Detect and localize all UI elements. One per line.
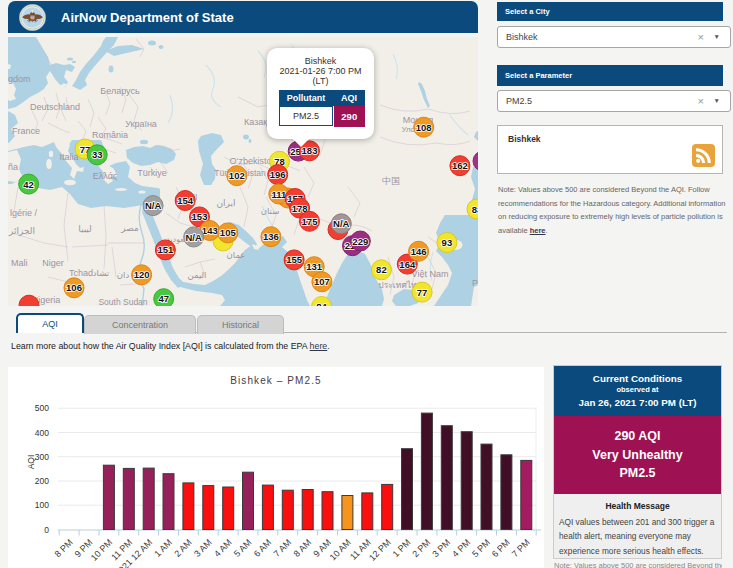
svg-text:Philippi: Philippi xyxy=(472,278,478,288)
svg-text:تشاد: تشاد xyxy=(93,268,110,278)
svg-text:8 PM: 8 PM xyxy=(53,537,75,559)
svg-text:42: 42 xyxy=(23,179,34,190)
svg-text:120: 120 xyxy=(134,269,150,280)
svg-text:196: 196 xyxy=(270,169,286,180)
svg-text:Deutschland: Deutschland xyxy=(30,102,80,112)
svg-text:România: România xyxy=(92,130,128,140)
svg-text:500: 500 xyxy=(35,403,49,413)
svg-text:Ελλάς: Ελλάς xyxy=(93,171,118,181)
svg-text:6 PM: 6 PM xyxy=(490,537,512,559)
svg-text:162: 162 xyxy=(452,160,468,171)
svg-text:108: 108 xyxy=(416,122,432,133)
svg-text:ستان: ستان xyxy=(261,206,280,216)
svg-text:1 AM: 1 AM xyxy=(152,537,174,559)
svg-text:Türkiye: Türkiye xyxy=(137,168,167,178)
svg-text:AQI: AQI xyxy=(26,455,36,470)
svg-text:Україна: Україна xyxy=(125,119,157,129)
svg-text:Việt Nam: Việt Nam xyxy=(412,269,449,279)
svg-text:Беларусь: Беларусь xyxy=(100,86,140,96)
svg-text:South Sudan: South Sudan xyxy=(98,297,147,306)
svg-text:中国: 中国 xyxy=(382,176,400,186)
svg-text:Niger: Niger xyxy=(42,258,64,268)
svg-text:131: 131 xyxy=(306,261,323,272)
svg-text:84: 84 xyxy=(316,301,327,306)
svg-text:5 AM: 5 AM xyxy=(232,537,254,559)
svg-text:102: 102 xyxy=(229,170,245,181)
svg-text:ليبيا: ليبيا xyxy=(78,224,92,234)
svg-text:300: 300 xyxy=(35,452,49,462)
svg-text:146: 146 xyxy=(411,246,427,257)
svg-text:143: 143 xyxy=(202,225,218,236)
svg-text:200: 200 xyxy=(35,476,49,486)
svg-text:10 PM: 10 PM xyxy=(89,537,114,562)
svg-text:151: 151 xyxy=(157,244,174,255)
svg-text:8 AM: 8 AM xyxy=(292,537,314,559)
svg-text:N/A: N/A xyxy=(333,218,350,229)
svg-text:7 AM: 7 AM xyxy=(272,537,294,559)
svg-text:lgérie /: lgérie / xyxy=(10,208,38,218)
svg-text:175: 175 xyxy=(302,216,319,227)
svg-text:10 AM: 10 AM xyxy=(328,537,353,562)
svg-text:دان: دان xyxy=(117,270,130,280)
svg-text:ña: ña xyxy=(8,162,18,172)
svg-text:الجزائر: الجزائر xyxy=(8,226,35,236)
svg-text:Bishkek – PM2.5: Bishkek – PM2.5 xyxy=(230,375,322,386)
svg-text:229: 229 xyxy=(352,236,368,247)
svg-text:4 PM: 4 PM xyxy=(450,537,472,559)
svg-text:155: 155 xyxy=(286,254,303,265)
svg-text:82: 82 xyxy=(376,264,387,275)
svg-text:5 PM: 5 PM xyxy=(470,537,492,559)
svg-text:33: 33 xyxy=(92,149,103,160)
svg-text:6 AM: 6 AM xyxy=(252,537,274,559)
svg-text:N/A: N/A xyxy=(145,200,162,211)
svg-text:83: 83 xyxy=(472,204,478,215)
svg-text:136: 136 xyxy=(263,231,279,242)
svg-text:111: 111 xyxy=(271,189,287,200)
svg-text:12 PM: 12 PM xyxy=(367,537,392,562)
svg-text:400: 400 xyxy=(35,428,49,438)
svg-text:مصر: مصر xyxy=(120,223,139,233)
svg-text:107: 107 xyxy=(314,276,330,287)
svg-text:عمان: عمان xyxy=(227,250,246,260)
svg-text:Mali: Mali xyxy=(11,258,28,268)
svg-text:ایران: ایران xyxy=(216,198,235,208)
svg-text:Улс: Улс xyxy=(401,125,414,134)
svg-text:93: 93 xyxy=(442,237,453,248)
svg-text:اليمن: اليمن xyxy=(188,270,207,280)
svg-text:77: 77 xyxy=(417,287,428,298)
svg-text:3 PM: 3 PM xyxy=(430,537,452,559)
svg-text:France: France xyxy=(12,126,40,136)
svg-text:153: 153 xyxy=(192,211,208,222)
svg-text:0: 0 xyxy=(44,525,49,535)
svg-text:7 PM: 7 PM xyxy=(510,537,532,559)
svg-text:47: 47 xyxy=(158,293,169,304)
svg-text:4 AM: 4 AM xyxy=(212,537,234,559)
svg-text:2 AM: 2 AM xyxy=(172,537,194,559)
svg-text:105: 105 xyxy=(220,227,237,238)
svg-text:3 AM: 3 AM xyxy=(192,537,214,559)
svg-text:N/A: N/A xyxy=(186,232,203,243)
svg-text:Tchad: Tchad xyxy=(69,268,93,278)
svg-text:1 PM: 1 PM xyxy=(390,537,412,559)
svg-text:100: 100 xyxy=(35,500,49,510)
svg-text:106: 106 xyxy=(66,282,82,293)
svg-text:2 PM: 2 PM xyxy=(410,537,432,559)
svg-text:154: 154 xyxy=(177,195,194,206)
svg-text:gdom: gdom xyxy=(8,74,31,84)
